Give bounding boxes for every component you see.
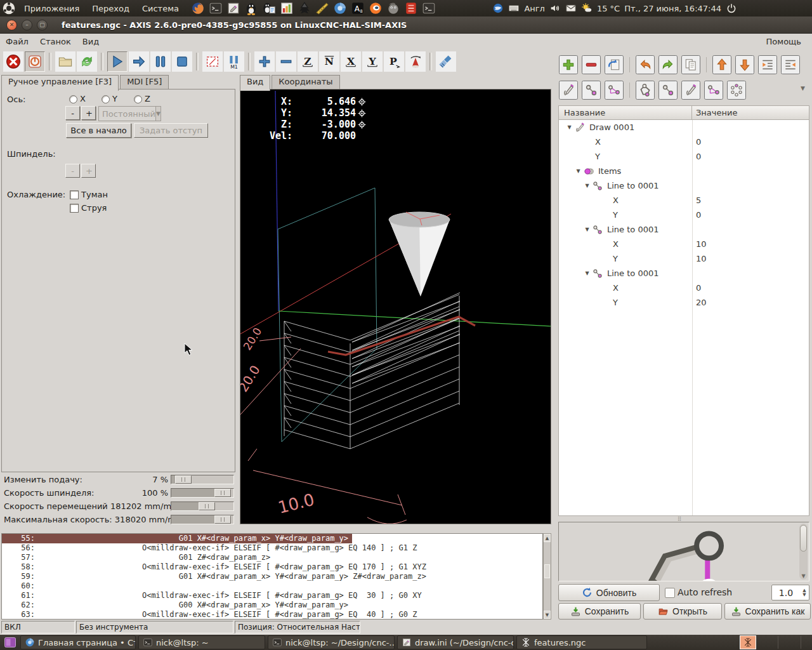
window-titlebar[interactable]: ✕ – ▢ features.ngc - AXIS 2.6.0-pre0-438…: [0, 17, 812, 34]
spindle-minus-button[interactable]: -: [65, 164, 80, 178]
home-all-button[interactable]: Все в начало: [66, 123, 131, 138]
view-perspective-button[interactable]: P: [384, 51, 404, 72]
jog-minus-button[interactable]: -: [65, 106, 80, 120]
redo-button[interactable]: [658, 55, 678, 74]
draw-tool-button[interactable]: [559, 81, 578, 100]
tree-value[interactable]: 5: [696, 193, 701, 208]
move-up-button[interactable]: [712, 55, 731, 74]
tree-expander-icon[interactable]: ▼: [565, 124, 573, 130]
view-y-button[interactable]: Y: [362, 51, 383, 72]
mist-checkbox[interactable]: [70, 190, 79, 199]
add-feature-button[interactable]: [559, 55, 578, 74]
terminal-launcher-icon[interactable]: [422, 1, 436, 15]
gedit-launcher-icon[interactable]: [226, 1, 240, 15]
tree-row[interactable]: X0: [559, 135, 809, 149]
tree-value[interactable]: 0: [696, 208, 701, 222]
tree-expander-icon[interactable]: ▼: [583, 183, 591, 189]
slider-track[interactable]: [171, 488, 234, 498]
thunderbird-icon[interactable]: [492, 3, 504, 14]
indent-button[interactable]: [758, 55, 777, 74]
view-z2-button[interactable]: N: [319, 51, 339, 72]
rotate-view-button[interactable]: [405, 51, 426, 72]
inkscape-launcher-icon[interactable]: [298, 1, 311, 15]
keyboard-layout-label[interactable]: Англ: [524, 4, 545, 13]
tree-row[interactable]: Y0: [559, 208, 809, 222]
taskbar-window-2[interactable]: nick@ltsp: ~: [138, 635, 265, 649]
gcode-line[interactable]: 55: G01 X#<draw_param_x> Y#<draw_param_y…: [2, 534, 352, 543]
open-button[interactable]: Открыть: [643, 603, 722, 620]
move-down-button[interactable]: [735, 55, 754, 74]
tuxdocs-launcher-icon[interactable]: [262, 1, 276, 15]
slider-handle[interactable]: [175, 475, 192, 484]
slider-track[interactable]: [171, 501, 234, 511]
scroll-down-icon[interactable]: ▼: [799, 573, 808, 579]
gcode-line[interactable]: 58: O<milldraw-exec-if> ELSEIF [ #<draw_…: [2, 562, 430, 572]
jog-mode-combo[interactable]: Постоянный ▼: [98, 106, 161, 121]
logo-scrollbar[interactable]: ▼: [799, 524, 808, 580]
tree-header-value[interactable]: Значение: [692, 106, 809, 119]
tree-row[interactable]: ▼Line to 0001: [559, 178, 809, 193]
shutdown-icon[interactable]: [726, 3, 737, 14]
panel-menu-2[interactable]: Переход: [86, 4, 136, 13]
triangle-tool-button[interactable]: [704, 81, 723, 100]
duplicate-button[interactable]: [681, 55, 700, 74]
tree-value[interactable]: 0: [696, 135, 701, 149]
open-file-button[interactable]: [55, 51, 75, 72]
chromium-launcher-icon[interactable]: [333, 1, 347, 15]
tree-value[interactable]: 0: [696, 149, 701, 164]
axis-radio-z[interactable]: [134, 95, 142, 103]
keyboard-layout-icon[interactable]: [508, 3, 520, 14]
scrollbar-thumb[interactable]: [800, 525, 807, 552]
tab-manual-control[interactable]: Ручное управление [F3]: [1, 75, 119, 91]
polygon-tool-button[interactable]: [636, 81, 655, 100]
preview-canvas[interactable]: 20.020.010.0 X:5.646Y:14.354Z:-3.000Vel:…: [240, 89, 551, 524]
tree-expander-icon[interactable]: ▼: [583, 270, 591, 276]
tree-header-name[interactable]: Название: [559, 106, 692, 119]
tab-mdi[interactable]: MDI [F5]: [120, 75, 169, 90]
gcode-line[interactable]: 59: G01 X#<draw_param_x> Y#<draw_param_y…: [2, 572, 430, 581]
touch-off-button[interactable]: Задать отступ: [134, 123, 208, 138]
step-button[interactable]: [129, 51, 149, 72]
points-tool-button[interactable]: [727, 81, 746, 100]
tree-row[interactable]: X10: [559, 237, 809, 251]
axis-radio-y[interactable]: [102, 95, 110, 103]
tux-launcher-icon[interactable]: [244, 1, 258, 15]
tree-value[interactable]: 10: [696, 237, 707, 251]
tree-row[interactable]: X0: [559, 281, 809, 295]
tree-value[interactable]: 10: [696, 251, 707, 266]
firefox-launcher-icon[interactable]: [191, 1, 205, 15]
scroll-up-icon[interactable]: ▲: [544, 534, 551, 542]
scroll-down-icon[interactable]: ▼: [544, 611, 551, 619]
taskbar-window-3[interactable]: nick@ltsp: ~/Design/cnc-...: [268, 635, 395, 649]
blender-launcher-icon[interactable]: [369, 1, 383, 15]
menu-3[interactable]: Вид: [77, 37, 105, 46]
spin-arrows-icon[interactable]: ▲▼: [800, 588, 809, 597]
tree-row[interactable]: ▼Line to 0001: [559, 266, 809, 281]
axis-radio-x[interactable]: [69, 95, 77, 103]
taskbar-window-4[interactable]: draw.ini (~/Design/cnc-cl...: [397, 635, 514, 649]
menu-1[interactable]: Файл: [0, 37, 34, 46]
optional-stop-button[interactable]: M1: [224, 51, 244, 72]
interval-value[interactable]: 1.0: [772, 588, 800, 598]
save-as-button[interactable]: Сохранить как: [724, 603, 811, 620]
interval-spinbox[interactable]: 1.0 ▲▼: [771, 585, 809, 600]
reload-file-button[interactable]: [77, 51, 97, 72]
taskbar-window-5[interactable]: features.ngc: [516, 635, 647, 649]
zoom-in-button[interactable]: [254, 51, 275, 72]
gcode-listing[interactable]: 55: G01 X#<draw_param_x> Y#<draw_param_y…: [1, 533, 543, 620]
tree-expander-icon[interactable]: ▼: [574, 168, 582, 174]
panel-splitter[interactable]: [551, 75, 557, 620]
gcode-line[interactable]: 56: O<milldraw-exec-if> ELSEIF [ #<draw_…: [2, 543, 421, 553]
slider-handle[interactable]: [214, 515, 231, 524]
clock[interactable]: Пт., 27 июня, 16:47:44: [624, 4, 721, 13]
outdent-button[interactable]: [781, 55, 800, 74]
tree-row[interactable]: ▼Line to 0001: [559, 222, 809, 237]
panel-menu-1[interactable]: Приложения: [18, 4, 86, 13]
reds-launcher-icon[interactable]: [404, 1, 418, 15]
minimize-button[interactable]: –: [22, 20, 32, 30]
show-desktop-icon[interactable]: [3, 636, 17, 649]
splitter-handle[interactable]: ⠿: [678, 518, 690, 521]
tree-row[interactable]: Y20: [559, 295, 809, 310]
estop-button[interactable]: [3, 51, 23, 72]
gcode-line[interactable]: 63: O<milldraw-exec-if> ELSEIF [ #<draw_…: [2, 610, 421, 620]
